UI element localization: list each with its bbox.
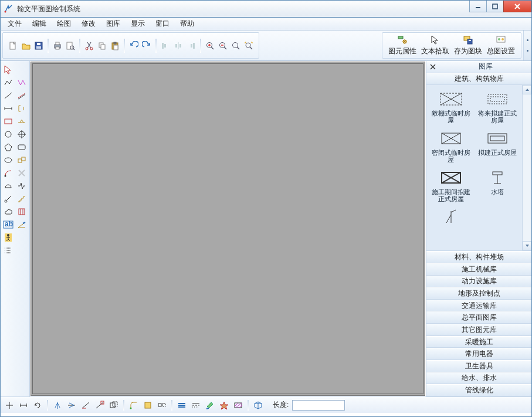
print-button[interactable] xyxy=(51,39,64,52)
chamfer-button[interactable] xyxy=(141,399,154,411)
dimension-v-tool[interactable] xyxy=(15,102,29,115)
menu-help[interactable]: 帮助 xyxy=(175,18,199,30)
length-input[interactable] xyxy=(292,400,345,411)
lib-item-6[interactable] xyxy=(429,208,473,246)
zoom-in-button[interactable] xyxy=(204,39,216,52)
extend-button[interactable] xyxy=(93,399,106,411)
leader-tool[interactable] xyxy=(2,192,15,205)
zoom-button[interactable] xyxy=(229,39,242,52)
gate-tool[interactable] xyxy=(15,205,29,218)
zoom-extents-button[interactable] xyxy=(242,39,255,52)
section-7[interactable]: 其它图元库 xyxy=(426,324,531,336)
open-button[interactable] xyxy=(19,39,32,52)
section-active[interactable]: 建筑、构筑物库 xyxy=(426,73,531,86)
minimize-button[interactable] xyxy=(469,1,487,12)
section-8[interactable]: 采暖施工 xyxy=(426,336,531,348)
array-button[interactable] xyxy=(155,399,168,411)
menu-window[interactable]: 窗口 xyxy=(151,18,174,30)
stairs-tool[interactable] xyxy=(15,192,29,205)
polygon-tool[interactable] xyxy=(2,141,15,154)
hatch-button[interactable] xyxy=(232,399,245,411)
gallery-scrollbar[interactable] xyxy=(522,85,531,250)
section-10[interactable]: 卫生器具 xyxy=(426,360,531,372)
elevation-tool[interactable] xyxy=(15,115,29,128)
snap-rotate-button[interactable] xyxy=(31,399,44,411)
section-2[interactable]: 施工机械库 xyxy=(426,263,531,276)
layer-button[interactable] xyxy=(175,399,188,411)
section-5[interactable]: 交通运输库 xyxy=(426,300,531,312)
maximize-button[interactable] xyxy=(486,1,504,12)
menu-modify[interactable]: 修改 xyxy=(77,18,100,30)
scroll-up-icon[interactable] xyxy=(523,85,531,94)
menu-draw[interactable]: 绘图 xyxy=(52,18,76,30)
3d-view-button[interactable] xyxy=(252,399,265,411)
lib-item-2[interactable]: 密闭式临时房屋 xyxy=(429,129,473,167)
block-tool[interactable] xyxy=(15,154,29,167)
circle-tool[interactable] xyxy=(2,128,15,141)
align-center-button[interactable] xyxy=(172,39,185,52)
person-tool[interactable] xyxy=(2,231,15,244)
grid-tool[interactable] xyxy=(2,244,15,257)
paint-button[interactable] xyxy=(204,399,216,411)
global-settings-button[interactable]: 总图设置 xyxy=(484,33,517,59)
save-button[interactable] xyxy=(32,39,45,52)
lib-item-0[interactable]: 敞棚式临时房屋 xyxy=(429,90,473,128)
new-file-button[interactable] xyxy=(6,39,19,52)
offset-button[interactable] xyxy=(107,399,120,411)
text-tool[interactable]: ab xyxy=(2,218,15,231)
menu-edit[interactable]: 编辑 xyxy=(28,18,51,30)
mirror-h-button[interactable] xyxy=(65,399,78,411)
rectangle-tool[interactable] xyxy=(2,115,15,128)
slope-tool[interactable] xyxy=(15,218,29,231)
section-6[interactable]: 总平面图库 xyxy=(426,311,531,324)
fillet-button[interactable] xyxy=(127,399,140,411)
menu-file[interactable]: 文件 xyxy=(3,18,26,30)
ellipse-tool[interactable] xyxy=(2,154,15,167)
cloud-tool[interactable] xyxy=(2,205,15,218)
trim-button[interactable] xyxy=(79,399,92,411)
lib-item-5[interactable]: 水塔 xyxy=(476,168,520,206)
mirror-v-button[interactable] xyxy=(51,399,64,411)
target-tool[interactable] xyxy=(15,128,29,141)
element-properties-button[interactable]: 图元属性 xyxy=(386,33,419,59)
section-12[interactable]: 管线绿化 xyxy=(426,384,531,396)
pointer-tool[interactable] xyxy=(2,63,15,76)
align-right-button[interactable] xyxy=(185,39,198,52)
arc-tool[interactable] xyxy=(2,167,15,179)
line-tool[interactable] xyxy=(2,89,15,102)
rounded-rect-tool[interactable] xyxy=(15,141,29,154)
text-pick-button[interactable]: 文本拾取 xyxy=(419,33,452,59)
align-left-button[interactable] xyxy=(159,39,172,52)
menu-library[interactable]: 图库 xyxy=(101,18,125,30)
print-preview-button[interactable] xyxy=(64,39,77,52)
section-11[interactable]: 给水、排水 xyxy=(426,372,531,385)
polyline-tool[interactable] xyxy=(2,76,15,89)
lib-item-3[interactable]: 拟建正式房屋 xyxy=(476,129,520,167)
section-4[interactable]: 地形及控制点 xyxy=(426,287,531,300)
undo-button[interactable] xyxy=(127,39,140,52)
lib-item-1[interactable]: 将来拟建正式房屋 xyxy=(476,90,520,128)
linetype-button[interactable] xyxy=(189,399,202,411)
copy-button[interactable] xyxy=(96,39,109,52)
zoom-out-button[interactable] xyxy=(216,39,229,52)
lib-item-4[interactable]: 施工期间拟建正式房屋 xyxy=(429,168,473,206)
section-3[interactable]: 动力设施库 xyxy=(426,276,531,288)
cut-button[interactable] xyxy=(83,39,96,52)
save-block-button[interactable]: 存为图块 xyxy=(452,33,484,59)
toolbar-overflow[interactable] xyxy=(523,30,531,60)
snap-endpoint-button[interactable] xyxy=(3,399,16,411)
wave-tool[interactable] xyxy=(15,179,29,192)
panel-close-button[interactable] xyxy=(426,63,439,70)
scroll-down-icon[interactable] xyxy=(523,241,531,250)
drawing-canvas[interactable] xyxy=(31,62,425,396)
section-9[interactable]: 常用电器 xyxy=(426,348,531,360)
parallel-tool[interactable] xyxy=(15,89,29,102)
menu-display[interactable]: 显示 xyxy=(126,18,150,30)
section-1[interactable]: 材料、构件堆场 xyxy=(426,251,531,263)
zigzag-tool[interactable] xyxy=(15,76,29,89)
close-button[interactable] xyxy=(503,1,531,12)
paste-button[interactable] xyxy=(109,39,121,52)
explode-button[interactable] xyxy=(218,399,231,411)
dimension-h-tool[interactable] xyxy=(2,102,15,115)
snap-mid-button[interactable] xyxy=(17,399,30,411)
